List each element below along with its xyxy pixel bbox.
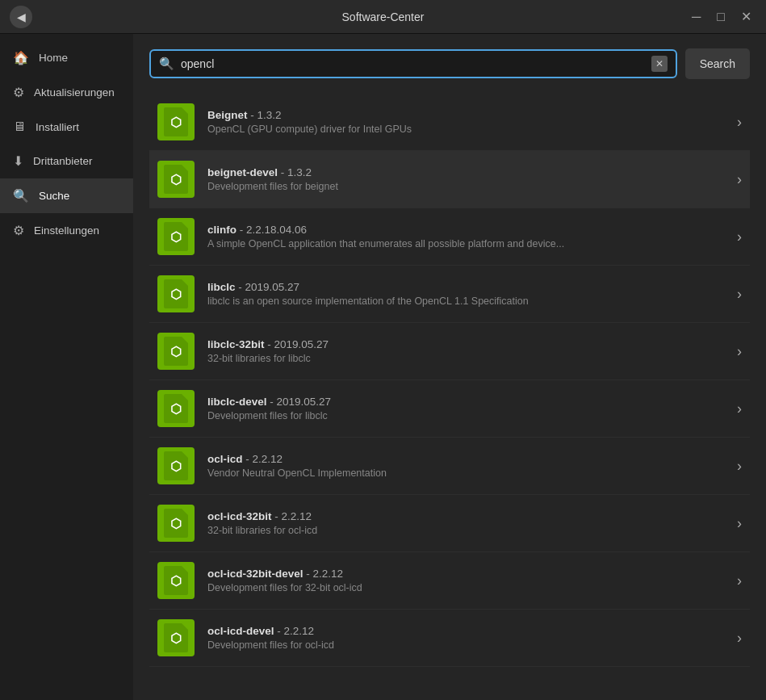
- sidebar-label-aktualisierungen: Aktualisierungen: [34, 86, 115, 99]
- app-info: libclc - 2019.05.27 libclc is an open so…: [207, 281, 724, 307]
- app-name: libclc: [207, 281, 236, 293]
- sidebar-item-home[interactable]: 🏠 Home: [0, 40, 133, 75]
- app-info: ocl-icd-32bit - 2.2.12 32-bit libraries …: [207, 510, 724, 536]
- app-icon-letter: ⬡: [170, 516, 182, 531]
- app-info: ocl-icd-32bit-devel - 2.2.12 Development…: [207, 568, 724, 593]
- app-icon-inner: ⬡: [164, 623, 188, 652]
- result-item[interactable]: ⬡ libclc-devel - 2019.05.27 Development …: [149, 380, 750, 438]
- app-name: ocl-icd-32bit-devel: [207, 568, 303, 580]
- results-list: ⬡ Beignet - 1.3.2 OpenCL (GPU compute) d…: [149, 94, 750, 667]
- arrow-icon: ›: [737, 515, 742, 532]
- app-description: Vendor Neutral OpenCL Implementation: [207, 467, 724, 479]
- app-version: - 2.2.12: [245, 453, 283, 465]
- app-description: 32-bit libraries for libclc: [207, 353, 724, 364]
- installed-icon: 🖥: [13, 119, 26, 134]
- app-name-line: ocl-icd - 2.2.12: [207, 453, 724, 465]
- sidebar-item-aktualisierungen[interactable]: ⚙ Aktualisierungen: [0, 75, 133, 110]
- app-version: - 2.2.18.04.06: [240, 224, 307, 236]
- search-input[interactable]: [181, 57, 645, 70]
- app-icon-inner: ⬡: [164, 222, 188, 251]
- back-button[interactable]: ◀: [10, 6, 32, 28]
- content-area: 🔍 ✕ Search ⬡ Beignet - 1.3.2 Ope: [133, 34, 766, 700]
- app-icon: ⬡: [157, 619, 195, 656]
- app-info: libclc-devel - 2019.05.27 Development fi…: [207, 396, 724, 421]
- sidebar-label-drittanbieter: Drittanbieter: [33, 155, 93, 167]
- result-item[interactable]: ⬡ ocl-icd-devel - 2.2.12 Development fil…: [149, 610, 750, 667]
- close-button[interactable]: ✕: [736, 7, 756, 27]
- app-info: libclc-32bit - 2019.05.27 32-bit librari…: [207, 338, 724, 364]
- app-icon-inner: ⬡: [164, 451, 188, 480]
- sidebar-item-drittanbieter[interactable]: ⬇ Drittanbieter: [0, 144, 133, 178]
- app-description: libclc is an open source implementation …: [207, 296, 724, 307]
- app-icon-letter: ⬡: [170, 573, 182, 589]
- app-name: ocl-icd-32bit: [207, 510, 272, 522]
- app-icon-inner: ⬡: [164, 509, 188, 538]
- app-version: - 2.2.12: [306, 568, 343, 580]
- app-icon: ⬡: [157, 103, 195, 140]
- result-item[interactable]: ⬡ beignet-devel - 1.3.2 Development file…: [149, 151, 750, 208]
- sidebar-item-suche[interactable]: 🔍 Suche: [0, 178, 133, 213]
- sidebar: 🏠 Home ⚙ Aktualisierungen 🖥 Installiert …: [0, 34, 133, 700]
- window-controls: ─ □ ✕: [687, 7, 756, 27]
- app-version: - 2.2.12: [274, 510, 312, 522]
- titlebar: ◀ Software-Center ─ □ ✕: [0, 0, 766, 34]
- app-icon: ⬡: [157, 390, 195, 427]
- app-version: - 1.3.2: [250, 109, 281, 121]
- clear-search-button[interactable]: ✕: [651, 56, 668, 72]
- app-description: Development files for 32-bit ocl-icd: [207, 582, 724, 593]
- search-bar: 🔍 ✕ Search: [149, 48, 750, 79]
- app-icon-inner: ⬡: [164, 394, 188, 423]
- result-item[interactable]: ⬡ ocl-icd-32bit-devel - 2.2.12 Developme…: [149, 552, 750, 610]
- app-icon-inner: ⬡: [164, 337, 188, 366]
- search-input-wrap: 🔍 ✕: [149, 49, 677, 78]
- maximize-button[interactable]: □: [712, 7, 730, 27]
- app-description: OpenCL (GPU compute) driver for Intel GP…: [207, 124, 724, 135]
- app-title: Software-Center: [342, 10, 425, 23]
- search-button[interactable]: Search: [685, 48, 750, 79]
- app-icon: ⬡: [157, 161, 195, 198]
- app-icon-letter: ⬡: [170, 401, 182, 417]
- app-name-line: ocl-icd-32bit - 2.2.12: [207, 510, 724, 522]
- app-info: ocl-icd - 2.2.12 Vendor Neutral OpenCL I…: [207, 453, 724, 479]
- result-item[interactable]: ⬡ ocl-icd - 2.2.12 Vendor Neutral OpenCL…: [149, 438, 750, 495]
- app-icon-letter: ⬡: [170, 631, 182, 646]
- app-icon-letter: ⬡: [170, 459, 182, 474]
- arrow-icon: ›: [737, 630, 742, 647]
- arrow-icon: ›: [737, 343, 742, 360]
- app-description: A simple OpenCL application that enumera…: [207, 238, 724, 249]
- app-name: libclc-32bit: [207, 338, 265, 350]
- result-item[interactable]: ⬡ clinfo - 2.2.18.04.06 A simple OpenCL …: [149, 208, 750, 266]
- result-item[interactable]: ⬡ ocl-icd-32bit - 2.2.12 32-bit librarie…: [149, 495, 750, 552]
- app-name-line: libclc - 2019.05.27: [207, 281, 724, 293]
- back-icon: ◀: [17, 10, 26, 23]
- app-name: ocl-icd: [207, 453, 243, 465]
- minimize-button[interactable]: ─: [687, 7, 705, 27]
- sidebar-item-installiert[interactable]: 🖥 Installiert: [0, 110, 133, 144]
- titlebar-left: ◀: [10, 6, 32, 28]
- app-description: Development files for ocl-icd: [207, 639, 724, 651]
- app-name: beignet-devel: [207, 166, 278, 178]
- sidebar-item-einstellungen[interactable]: ⚙ Einstellungen: [0, 213, 133, 248]
- result-item[interactable]: ⬡ libclc-32bit - 2019.05.27 32-bit libra…: [149, 323, 750, 380]
- app-version: - 2019.05.27: [270, 396, 331, 408]
- search-icon: 🔍: [13, 188, 29, 203]
- app-description: Development files for beignet: [207, 181, 724, 192]
- arrow-icon: ›: [737, 114, 742, 131]
- app-version: - 1.3.2: [281, 166, 312, 178]
- main-layout: 🏠 Home ⚙ Aktualisierungen 🖥 Installiert …: [0, 34, 766, 700]
- search-magnifier-icon: 🔍: [159, 57, 174, 71]
- app-name-line: clinfo - 2.2.18.04.06: [207, 224, 724, 236]
- sidebar-label-einstellungen: Einstellungen: [34, 224, 99, 237]
- app-icon-inner: ⬡: [164, 165, 188, 194]
- arrow-icon: ›: [737, 400, 742, 417]
- app-name-line: libclc-devel - 2019.05.27: [207, 396, 724, 408]
- app-version: - 2.2.12: [277, 625, 314, 637]
- result-item[interactable]: ⬡ Beignet - 1.3.2 OpenCL (GPU compute) d…: [149, 94, 750, 151]
- result-item[interactable]: ⬡ libclc - 2019.05.27 libclc is an open …: [149, 266, 750, 323]
- app-description: 32-bit libraries for ocl-icd: [207, 525, 724, 536]
- home-icon: 🏠: [13, 50, 29, 65]
- sidebar-label-installiert: Installiert: [36, 121, 79, 133]
- app-icon-inner: ⬡: [164, 566, 188, 595]
- arrow-icon: ›: [737, 572, 742, 589]
- app-icon-letter: ⬡: [170, 229, 182, 245]
